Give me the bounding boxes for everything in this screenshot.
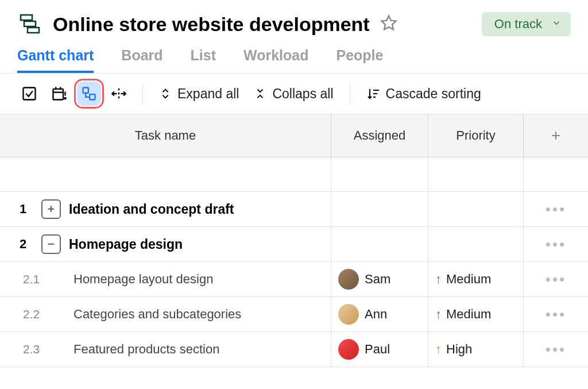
view-tabs: Gantt chart Board List Workload People bbox=[0, 37, 588, 74]
subtasks-view-icon[interactable] bbox=[77, 82, 101, 106]
tab-board[interactable]: Board bbox=[121, 47, 163, 73]
avatar bbox=[338, 339, 359, 360]
priority-up-icon: ↑ bbox=[435, 342, 442, 357]
column-header-task[interactable]: Task name bbox=[0, 114, 331, 157]
add-column-button[interactable] bbox=[524, 114, 588, 157]
expand-toggle-icon[interactable]: + bbox=[41, 199, 61, 219]
row-more-icon[interactable]: ••• bbox=[546, 341, 566, 359]
project-header: Online store website development On trac… bbox=[0, 0, 588, 37]
svg-rect-5 bbox=[53, 89, 64, 100]
priority-label: High bbox=[446, 342, 472, 357]
project-icon bbox=[17, 11, 42, 37]
avatar bbox=[338, 304, 359, 325]
cascade-sorting-button[interactable]: Cascade sorting bbox=[362, 84, 486, 104]
table-row[interactable]: 2.2 Categories and subcategories Ann ↑ M… bbox=[0, 297, 588, 332]
priority-label: Medium bbox=[446, 272, 491, 287]
row-more-icon[interactable]: ••• bbox=[546, 201, 566, 218]
task-title: Ideation and concept draft bbox=[69, 202, 234, 217]
svg-rect-2 bbox=[28, 28, 39, 33]
checkbox-toggle-icon[interactable] bbox=[17, 82, 41, 106]
star-icon[interactable] bbox=[380, 14, 397, 34]
table-header: Task name Assigned Priority bbox=[0, 114, 588, 157]
table-row[interactable]: 2.1 Homepage layout design Sam ↑ Medium … bbox=[0, 262, 588, 297]
toolbar-divider bbox=[142, 84, 143, 103]
assignee-name: Sam bbox=[365, 272, 390, 287]
tab-people[interactable]: People bbox=[336, 47, 384, 73]
row-number: 1 bbox=[7, 202, 41, 217]
svg-rect-4 bbox=[24, 88, 36, 100]
avatar bbox=[338, 269, 359, 290]
task-title: Homepage design bbox=[69, 237, 183, 252]
column-header-assigned[interactable]: Assigned bbox=[331, 114, 428, 157]
tab-gantt[interactable]: Gantt chart bbox=[17, 47, 94, 73]
svg-marker-3 bbox=[381, 16, 396, 30]
column-header-priority[interactable]: Priority bbox=[428, 114, 524, 157]
task-title: Categories and subcategories bbox=[45, 307, 241, 322]
tab-workload[interactable]: Workload bbox=[243, 47, 308, 73]
priority-up-icon: ↑ bbox=[435, 272, 442, 287]
svg-rect-1 bbox=[24, 21, 36, 26]
svg-rect-11 bbox=[83, 88, 88, 93]
cascade-sorting-label: Cascade sorting bbox=[386, 86, 481, 102]
svg-rect-12 bbox=[90, 94, 95, 99]
table-row[interactable]: 2 − Homepage design ••• bbox=[0, 227, 588, 262]
assignee-name: Ann bbox=[365, 307, 387, 322]
row-number: 2.1 bbox=[10, 272, 45, 286]
priority-up-icon: ↑ bbox=[435, 307, 442, 322]
collapse-all-button[interactable]: Collaps all bbox=[249, 84, 338, 104]
task-title: Featured products section bbox=[45, 342, 219, 357]
table-spacer-row bbox=[0, 157, 588, 192]
status-badge[interactable]: On track bbox=[482, 12, 571, 36]
priority-label: Medium bbox=[446, 307, 491, 322]
chevron-down-icon bbox=[551, 17, 562, 32]
row-number: 2.3 bbox=[10, 342, 45, 356]
row-number: 2 bbox=[7, 237, 41, 252]
tab-list[interactable]: List bbox=[191, 47, 216, 73]
table-row[interactable]: 2.3 Featured products section Paul ↑ Hig… bbox=[0, 332, 588, 367]
row-more-icon[interactable]: ••• bbox=[546, 306, 566, 323]
svg-rect-0 bbox=[21, 15, 32, 20]
collapse-toggle-icon[interactable]: − bbox=[41, 234, 61, 254]
table-toolbar: Expand all Collaps all Cascade sorting bbox=[0, 74, 588, 114]
assignee-name: Paul bbox=[365, 342, 390, 357]
row-more-icon[interactable]: ••• bbox=[546, 271, 566, 288]
calendar-alert-icon[interactable] bbox=[47, 82, 71, 106]
table-row[interactable]: 1 + Ideation and concept draft ••• bbox=[0, 192, 588, 227]
column-width-icon[interactable] bbox=[107, 82, 131, 106]
toolbar-divider bbox=[350, 84, 350, 103]
row-number: 2.2 bbox=[10, 307, 45, 321]
expand-all-label: Expand all bbox=[177, 86, 239, 102]
row-more-icon[interactable]: ••• bbox=[546, 236, 566, 253]
svg-point-10 bbox=[64, 98, 65, 99]
project-title: Online store website development bbox=[53, 13, 370, 36]
collapse-all-label: Collaps all bbox=[272, 86, 333, 102]
expand-all-button[interactable]: Expand all bbox=[154, 84, 243, 104]
status-label: On track bbox=[494, 17, 542, 32]
task-title: Homepage layout design bbox=[45, 272, 213, 287]
